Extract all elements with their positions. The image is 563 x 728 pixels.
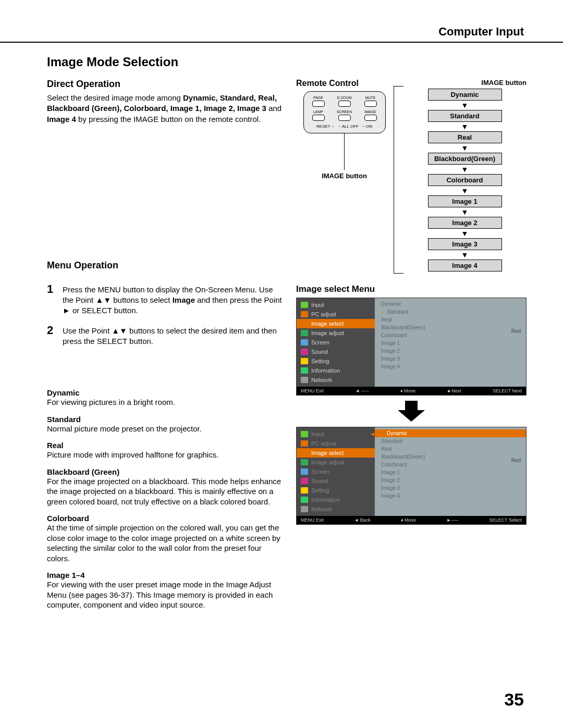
remote-button: MUTE [360, 96, 381, 107]
mode-name: Colorboard [47, 514, 284, 523]
osd-right-item: Standard [375, 437, 526, 445]
step-1: 1 Press the MENU button to display the O… [47, 282, 284, 316]
image-button-flow: IMAGE button Dynamic▼Standard▼Real▼Black… [403, 79, 527, 272]
remote-reset-label: RESET→ [316, 124, 335, 129]
osd-left-item: Setting [297, 356, 375, 366]
osd-item-label: Screen [311, 468, 329, 475]
osd-left-item: Sound [297, 476, 375, 486]
mode-name: Real [47, 441, 284, 450]
image-select-menu-figure: Image select Menu InputPC adjustImage se… [296, 284, 527, 525]
osd-left-item: Information [297, 495, 375, 504]
step-text-a: Use the Point ▲▼ buttons to select the d… [63, 326, 277, 346]
osd-left-item: Screen [297, 338, 375, 347]
osd-right-item: Image 4 [375, 363, 526, 371]
mode-description: At the time of simple projection on the … [47, 523, 284, 563]
remote-pointer-line [344, 133, 345, 170]
mode-name: Image 1–4 [47, 571, 284, 579]
osd-item-icon [301, 459, 308, 465]
osd-item-label: Input [311, 302, 324, 308]
osd-item-icon [301, 339, 308, 346]
mode-item: ColorboardAt the time of simple projecti… [47, 514, 284, 563]
remote-reset-label: ←ON [362, 124, 372, 129]
osd-item-icon [301, 330, 308, 336]
osd-item-label: Sound [311, 478, 328, 484]
osd-right-item: Real [375, 445, 526, 453]
osd-right-item: Dynamic [375, 429, 526, 437]
direct-text-a: Select the desired image mode among [47, 93, 183, 102]
osd-right-item: Blackboard(Green) [375, 453, 526, 461]
osd-left-item: Image select [297, 319, 375, 328]
osd-item-icon [301, 349, 308, 355]
flow-arrow-icon: ▼ [403, 102, 527, 109]
remote-control-figure: Remote Control PAGED.ZOOMMUTE LAMPSCREEN… [296, 79, 393, 180]
step-body: Press the MENU button to display the On-… [63, 282, 284, 316]
flow-arrow-icon: ▼ [403, 230, 527, 237]
osd-foot-move: ♦ Move [400, 388, 415, 393]
direct-heading: Direct Operation [47, 79, 284, 90]
down-arrow-icon [396, 401, 427, 422]
page-number: 35 [504, 689, 524, 710]
osd-item-label: Information [311, 497, 340, 503]
osd-right-item: Standard [375, 308, 526, 316]
mode-item: Blackboard (Green)For the image projecte… [47, 467, 284, 507]
osd-foot-move: ♦ Move [401, 517, 416, 523]
mode-description: For the image projected on a blackboard.… [47, 476, 284, 507]
mode-item: StandardNormal picture mode preset on th… [47, 415, 284, 434]
osd-item-label: Network [311, 506, 332, 512]
flow-node: Image 2 [428, 217, 502, 229]
direct-text: Select the desired image mode among Dyna… [47, 93, 284, 125]
step-number: 2 [47, 324, 63, 347]
osd-item-label: Network [311, 377, 332, 383]
flow-arrow-icon: ▼ [403, 187, 527, 194]
remote-button: PAGE [308, 96, 329, 107]
remote-button: SCREEN [334, 110, 355, 121]
flow-node: Image 3 [428, 238, 502, 250]
osd-item-icon [301, 440, 308, 447]
osd-item-icon [301, 320, 308, 327]
osd-item-icon [301, 478, 308, 484]
osd-foot-back: ◄ ----- [355, 388, 369, 393]
flow-node: Image 1 [428, 195, 502, 207]
mode-item: RealPicture mode with improved halftone … [47, 441, 284, 460]
osd-item-icon [301, 506, 308, 512]
remote-caption: IMAGE button [296, 172, 393, 180]
section-title: Image Mode Selection [47, 55, 527, 69]
osd-left-item: Sound [297, 347, 375, 356]
flow-node: Blackboard(Green) [428, 153, 502, 165]
mode-description: Normal picture mode preset on the projec… [47, 424, 284, 434]
mode-description: For viewing pictures in a bright room. [47, 397, 284, 408]
step-number: 1 [47, 282, 63, 316]
osd-foot-next: ►Next [447, 388, 461, 393]
osd-right-item: Colorboard [375, 331, 526, 339]
header-title: Computer Input [438, 25, 524, 39]
osd-right-item: Blackboard(Green) [375, 324, 526, 331]
osd-left-item: Input [297, 429, 375, 439]
direct-text-b: by pressing the IMAGE button on the remo… [76, 115, 261, 124]
osd-left-item: PC adjust [297, 310, 375, 319]
osd-right-item: Image 3 [375, 484, 526, 492]
osd-item-icon [301, 487, 308, 493]
osd-item-icon [301, 367, 308, 374]
osd-item-label: Input [311, 431, 324, 437]
osd-foot-select: SELECT Next [493, 388, 522, 393]
flow-loop-line [394, 86, 403, 274]
osd-footer: MENU Exit ◄ Back ♦ Move ►----- SELECT Se… [297, 516, 526, 524]
osd-left-item: Image adjust [297, 328, 375, 338]
step-body: Use the Point ▲▼ buttons to select the d… [63, 324, 284, 347]
osd-foot-back: ◄ Back [354, 517, 370, 523]
remote-body: PAGED.ZOOMMUTE LAMPSCREENIMAGE RESET→←AL… [303, 91, 386, 133]
osd-right-item: Image 2 [375, 347, 526, 355]
remote-button: LAMP [308, 110, 329, 121]
mode-item: DynamicFor viewing pictures in a bright … [47, 388, 284, 408]
osd-left-item: PC adjust [297, 439, 375, 448]
osd-item-label: PC adjust [311, 440, 336, 447]
osd-item-icon [301, 497, 308, 503]
osd-left-item: Network [297, 375, 375, 385]
manual-page: Computer Input Image Mode Selection Dire… [0, 0, 563, 728]
osd-left-item: Input [297, 300, 375, 310]
osd-item-icon [301, 302, 308, 308]
mode-description: For viewing with the user preset image m… [47, 579, 284, 610]
flow-arrow-icon: ▼ [403, 208, 527, 216]
osd-red-label: Red [511, 458, 521, 463]
osd-item-label: Image adjust [311, 459, 344, 465]
